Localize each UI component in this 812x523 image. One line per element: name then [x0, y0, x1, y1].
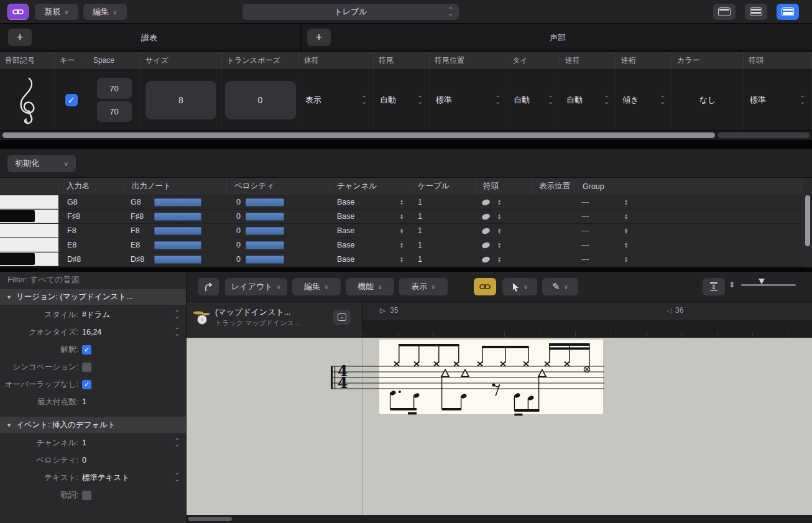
color-popup[interactable]: なし: [672, 70, 744, 130]
stepper-icon[interactable]: ▴▾: [498, 242, 501, 248]
pencil-tool-button[interactable]: ✎ ∨: [542, 278, 578, 295]
tie-popup[interactable]: 自動 ⌃⌄: [507, 70, 560, 130]
piano-key[interactable]: [0, 195, 59, 209]
edit-menu-button[interactable]: 編集∨: [292, 278, 341, 295]
interpretation-checkbox[interactable]: ✓: [82, 345, 91, 354]
stepper-icon[interactable]: ▴▾: [400, 242, 403, 248]
cable-value[interactable]: 1: [410, 212, 422, 221]
region-inspector-header[interactable]: ▼ リージョン: (マップドインスト...: [0, 289, 186, 306]
view-menu-button[interactable]: 表示∨: [399, 278, 448, 295]
window-layout-button-2[interactable]: [745, 4, 767, 20]
rest-popup[interactable]: 表示 ⌃⌄: [299, 70, 374, 130]
output-bar[interactable]: [154, 198, 201, 206]
stepper-icon[interactable]: ▴▾: [400, 228, 403, 234]
piano-key[interactable]: [0, 238, 59, 252]
space-bottom-field[interactable]: 70: [97, 101, 132, 122]
key-checkbox[interactable]: ✓: [65, 94, 78, 106]
tuplet-popup[interactable]: 自動 ⌃⌄: [560, 70, 616, 130]
table-row[interactable]: E8 E8 0 Base▴▾ 1 ▴▾ ---▴▾: [0, 238, 812, 252]
table-row[interactable]: F8 F8 0 Base▴▾ 1 ▴▾ ---▴▾: [0, 224, 812, 238]
bar-ruler[interactable]: ▷ 35 ◁ 36: [362, 302, 812, 320]
vertical-fit-button[interactable]: ⇕: [703, 278, 725, 295]
stepper-icon[interactable]: ▴▾: [400, 199, 403, 205]
inspector-row-channel[interactable]: チャンネル: 1 ⌃⌄: [0, 434, 186, 451]
channel-value[interactable]: Base: [330, 226, 355, 235]
inspector-row-no-overlap[interactable]: オーバーラップなし: ✓: [0, 376, 186, 393]
inspector-row-syncopation[interactable]: シンコペーション: ✓: [0, 358, 186, 376]
group-value[interactable]: ---: [575, 241, 589, 249]
link-mode-button-active[interactable]: [474, 278, 496, 295]
stepper-icon[interactable]: ▴▾: [625, 256, 627, 262]
output-bar[interactable]: [154, 256, 201, 264]
notehead-icon[interactable]: [481, 241, 491, 249]
velocity-bar[interactable]: [246, 241, 284, 249]
velocity-bar[interactable]: [246, 227, 284, 235]
inspector-row-text[interactable]: テキスト: 標準テキスト ⌃⌄: [0, 469, 186, 486]
stepper-icon[interactable]: ▴▾: [498, 213, 501, 220]
score-bottom-scrollbar[interactable]: [187, 515, 812, 523]
functions-menu-button[interactable]: 機能∨: [346, 278, 394, 295]
catch-up-button[interactable]: [198, 278, 219, 295]
event-inspector-header[interactable]: ▼ イベント: 挿入のデフォルト: [0, 417, 186, 434]
cable-value[interactable]: 1: [410, 198, 422, 206]
scrollbar-track[interactable]: [717, 132, 810, 138]
channel-value[interactable]: Base: [330, 212, 355, 221]
stepper-icon[interactable]: ▴▾: [625, 199, 627, 205]
staff-style-popup[interactable]: トレブル ⌃⌄: [242, 4, 459, 20]
stepper-icon[interactable]: ▴▾: [625, 213, 627, 220]
inspector-row-lyrics[interactable]: 歌詞: ✓: [0, 486, 186, 504]
window-layout-button-1[interactable]: [713, 4, 736, 20]
playhead-marker-icon[interactable]: ▷: [380, 307, 385, 315]
layout-menu-button[interactable]: レイアウト∨: [225, 278, 287, 295]
table-row[interactable]: G8 G8 0 Base▴▾ 1 ▴▾ ---▴▾: [0, 195, 812, 210]
group-value[interactable]: ---: [575, 212, 589, 221]
notehead-popup[interactable]: 標準 ⌃⌄: [744, 70, 812, 130]
cable-value[interactable]: 1: [410, 241, 422, 249]
transpose-field[interactable]: 0: [225, 81, 296, 119]
group-value[interactable]: ---: [575, 255, 589, 264]
notehead-icon[interactable]: [481, 198, 491, 206]
zoom-slider-track[interactable]: [741, 284, 796, 286]
output-bar[interactable]: [154, 227, 201, 235]
filter-field[interactable]: Filter: すべての音源: [0, 272, 186, 289]
stepper-icon[interactable]: ▴▾: [625, 242, 627, 248]
drum-notation[interactable]: 4 4: [323, 339, 616, 426]
zoom-control[interactable]: ⇕: [729, 280, 796, 289]
stem-popup[interactable]: 自動 ⌃⌄: [374, 70, 430, 130]
horizontal-scrollbar[interactable]: [0, 131, 812, 140]
syncopation-checkbox[interactable]: ✓: [82, 363, 91, 372]
output-bar[interactable]: [154, 241, 201, 249]
window-layout-button-3-selected[interactable]: [777, 4, 799, 20]
stepper-icon[interactable]: ▴▾: [498, 256, 501, 262]
channel-value[interactable]: Base: [330, 255, 355, 264]
table-row[interactable]: F♯8 F♯8 0 Base▴▾ 1 ▴▾ ---▴▾: [0, 210, 812, 224]
initialize-menu-button[interactable]: 初期化 ∨: [7, 155, 76, 172]
position-cell[interactable]: [532, 238, 575, 252]
velocity-bar[interactable]: [246, 256, 284, 264]
track-dropdown-button[interactable]: ⌄: [333, 310, 351, 325]
clef-cell[interactable]: [0, 70, 55, 130]
scrollbar-thumb[interactable]: [188, 517, 232, 521]
position-cell[interactable]: [532, 195, 575, 209]
position-cell[interactable]: [532, 224, 575, 238]
zoom-slider-thumb[interactable]: [759, 279, 765, 284]
stepper-icon[interactable]: ▴▾: [400, 213, 403, 220]
lyrics-checkbox[interactable]: ✓: [82, 491, 91, 500]
position-cell[interactable]: [532, 252, 575, 266]
notehead-icon[interactable]: [481, 213, 491, 221]
inspector-row-quantize[interactable]: クオンタイズ: 16,24 ⌃⌄: [0, 323, 186, 341]
position-cell[interactable]: [532, 210, 575, 223]
scrollbar-thumb[interactable]: [805, 195, 810, 246]
no-overlap-checkbox[interactable]: ✓: [82, 380, 91, 389]
inspector-row-velocity[interactable]: ベロシティ: 0: [0, 451, 186, 469]
edit-menu-button[interactable]: 編集 ∨: [83, 4, 127, 20]
piano-key[interactable]: [0, 224, 59, 238]
scrollbar-thumb[interactable]: [2, 132, 715, 138]
vertical-scrollbar[interactable]: [803, 178, 812, 267]
score-canvas[interactable]: 4 4: [187, 338, 812, 515]
stem-position-popup[interactable]: 標準 ⌃⌄: [430, 70, 507, 130]
cable-value[interactable]: 1: [410, 226, 422, 235]
velocity-bar[interactable]: [246, 198, 284, 206]
beam-popup[interactable]: 傾き ⌃⌄: [616, 70, 672, 130]
velocity-bar[interactable]: [246, 213, 284, 221]
